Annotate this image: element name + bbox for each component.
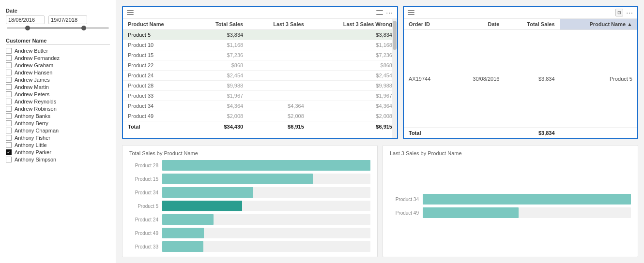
customer-name-label: Andrew Fernandez — [15, 55, 60, 61]
customer-name-label: Andrew James — [15, 77, 50, 83]
table-cell — [248, 60, 309, 71]
customer-filter-title: Customer Name — [6, 38, 110, 45]
table-row[interactable]: Product 15$7,236$7,236 — [123, 50, 397, 60]
table-row[interactable]: Product 28$9,988$9,988 — [123, 81, 397, 91]
date-start-input[interactable] — [6, 15, 45, 24]
hamburger-icon — [127, 10, 134, 15]
bar-row: Product 15 — [129, 174, 370, 184]
customer-item[interactable]: Anthony Berry — [6, 120, 110, 126]
customer-checkbox[interactable] — [6, 120, 12, 126]
table-cell: Product 22 — [123, 60, 192, 71]
customer-checkbox[interactable] — [6, 91, 12, 97]
customer-name-label: Anthony Chapman — [15, 128, 59, 133]
customer-item[interactable]: Anthony Simpson — [6, 157, 110, 162]
right-chart-title: Last 3 Sales by Product Name — [390, 150, 631, 156]
customer-item[interactable]: Anthony Little — [6, 142, 110, 148]
table-cell: $2,454 — [309, 71, 397, 81]
customer-filter-section: Customer Name Andrew ButlerAndrew Fernan… — [6, 38, 110, 162]
col-last3-sales-wrong: Last 3 Sales Wrong — [309, 19, 397, 30]
table-cell: $9,988 — [192, 81, 248, 91]
customer-item[interactable]: Anthony Banks — [6, 113, 110, 119]
right-expand-icon[interactable]: ⊡ — [615, 9, 623, 16]
bar-row: Product 34 — [129, 187, 370, 198]
customer-item[interactable]: Andrew Graham — [6, 62, 110, 68]
bar-label: Product 15 — [129, 176, 158, 182]
customer-item[interactable]: Andrew Peters — [6, 91, 110, 97]
customer-checkbox[interactable] — [6, 113, 12, 119]
bar-track — [423, 194, 631, 205]
table-cell: AX19744 — [404, 30, 450, 128]
customer-checkbox[interactable] — [6, 48, 12, 54]
bar-label: Product 34 — [129, 190, 158, 195]
expand-icon[interactable] — [376, 10, 383, 15]
footer-last3: $6,915 — [248, 121, 309, 132]
customer-item[interactable]: Andrew Robinson — [6, 106, 110, 112]
customer-item[interactable]: Andrew Butler — [6, 48, 110, 54]
right-more-options-btn[interactable]: ··· — [626, 9, 633, 16]
bar-track — [162, 187, 370, 198]
customer-item[interactable]: Anthony Chapman — [6, 128, 110, 133]
table-row[interactable]: Product 33$1,967$1,967 — [123, 91, 397, 101]
bar-track — [162, 201, 370, 211]
rfooter-total-sales: $3,834 — [504, 128, 559, 139]
date-filter-title: Date — [6, 8, 110, 14]
customer-name-label: Anthony Little — [15, 142, 47, 148]
left-table-scroll[interactable]: Product Name Total Sales Last 3 Sales La… — [123, 19, 397, 138]
table-cell: Product 15 — [123, 50, 192, 60]
customer-checkbox[interactable] — [6, 149, 12, 155]
table-cell: $3,834 — [504, 30, 559, 128]
rfooter-empty2 — [560, 128, 637, 139]
more-options-btn[interactable]: ··· — [386, 9, 393, 16]
scrollbar-thumb[interactable] — [393, 21, 397, 50]
customer-item[interactable]: Anthony Parker — [6, 149, 110, 155]
date-slider[interactable] — [6, 27, 110, 29]
table-row[interactable]: Product 22$868$868 — [123, 60, 397, 71]
bar-label: Product 33 — [129, 244, 158, 249]
table-cell — [248, 91, 309, 101]
customer-name-label: Anthony Parker — [15, 149, 51, 155]
bar-label: Product 24 — [129, 217, 158, 222]
table-row[interactable]: Product 49$2,008$2,008$2,008 — [123, 111, 397, 121]
customer-checkbox[interactable] — [6, 70, 12, 75]
table-cell: Product 5 — [123, 30, 192, 40]
bottom-row: Total Sales by Product Name Product 28Pr… — [122, 145, 638, 257]
customer-checkbox[interactable] — [6, 62, 12, 68]
scrollbar-track[interactable] — [392, 19, 397, 138]
table-row[interactable]: AX1974430/08/2016$3,834Product 5 — [404, 30, 637, 128]
customer-checkbox[interactable] — [6, 157, 12, 162]
customer-name-label: Andrew Martin — [15, 84, 49, 90]
customer-item[interactable]: Anthony Fisher — [6, 135, 110, 141]
customer-name-label: Andrew Butler — [15, 48, 48, 54]
customer-checkbox[interactable] — [6, 106, 12, 112]
right-hamburger-icon — [408, 10, 414, 15]
customer-checkbox[interactable] — [6, 128, 12, 133]
footer-label: Total — [123, 121, 192, 132]
table-cell: $1,967 — [309, 91, 397, 101]
customer-checkbox[interactable] — [6, 142, 12, 148]
left-data-table: Product Name Total Sales Last 3 Sales La… — [123, 19, 397, 132]
customer-item[interactable]: Andrew Fernandez — [6, 55, 110, 61]
customer-checkbox[interactable] — [6, 84, 12, 90]
customer-checkbox[interactable] — [6, 99, 12, 104]
table-row[interactable]: Product 34$4,364$4,364$4,364 — [123, 101, 397, 111]
customer-checkbox[interactable] — [6, 55, 12, 61]
left-bar-chart: Product 28Product 15Product 34Product 5P… — [129, 160, 370, 252]
customer-item[interactable]: Andrew Hansen — [6, 70, 110, 75]
rfooter-label: Total — [404, 128, 450, 139]
customer-checkbox[interactable] — [6, 135, 12, 141]
table-row[interactable]: Product 10$1,168$1,168 — [123, 40, 397, 50]
customer-item[interactable]: Andrew Reynolds — [6, 99, 110, 104]
date-end-input[interactable] — [48, 15, 87, 24]
table-cell: $1,967 — [192, 91, 248, 101]
bar-fill — [423, 194, 631, 205]
table-row[interactable]: Product 24$2,454$2,454 — [123, 71, 397, 81]
bar-label: Product 49 — [390, 210, 419, 216]
customer-item[interactable]: Andrew James — [6, 77, 110, 83]
table-cell: $3,834 — [192, 30, 248, 40]
table-row[interactable]: Product 5$3,834$3,834 — [123, 30, 397, 40]
right-bar-chart: Product 34Product 49 — [390, 160, 631, 252]
customer-item[interactable]: Andrew Martin — [6, 84, 110, 90]
customer-checkbox[interactable] — [6, 77, 12, 83]
bar-fill — [162, 174, 313, 184]
table-cell: $3,834 — [309, 30, 397, 40]
